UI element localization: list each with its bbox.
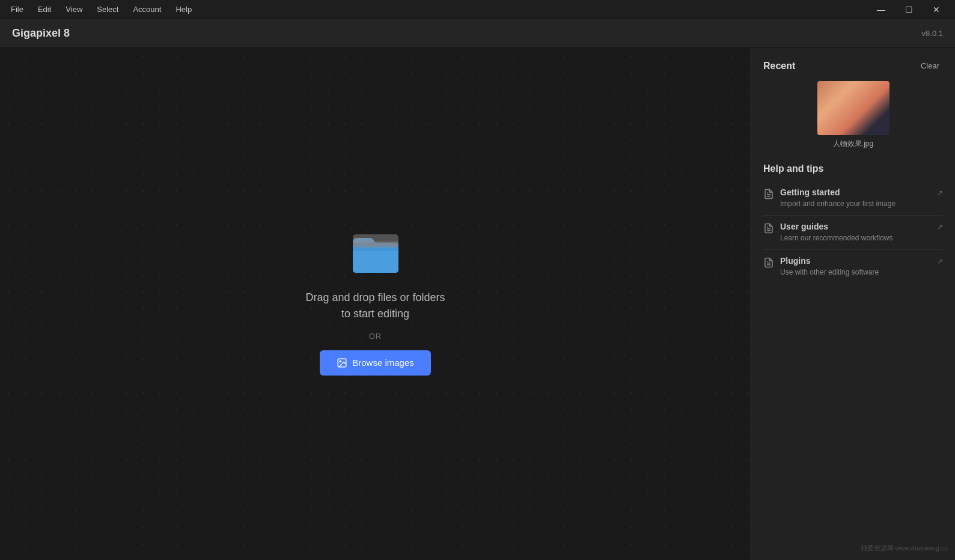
menu-view[interactable]: View [59, 2, 88, 16]
app-version: v8.0.1 [922, 29, 943, 38]
drop-area[interactable]: Drag and drop files or folders to start … [0, 48, 751, 560]
recent-filename: 人物效果.jpg [833, 139, 873, 149]
thumbnail-image [817, 81, 889, 135]
recent-title: Recent [763, 61, 795, 72]
getting-started-text: Getting started Import and enhance your … [780, 187, 931, 209]
external-link-icon-2: ↗ [937, 223, 943, 231]
main-layout: Drag and drop files or folders to start … [0, 48, 955, 560]
minimize-button[interactable]: — [867, 0, 895, 19]
plugins-desc: Use with other editing software [780, 267, 931, 278]
browse-icon [337, 358, 347, 368]
app-title: Gigapixel 8 [12, 27, 70, 40]
menu-bar: File Edit View Select Account Help [5, 2, 198, 16]
help-item-plugins[interactable]: Plugins Use with other editing software … [763, 250, 943, 284]
close-button[interactable]: ✕ [923, 0, 950, 19]
recent-item[interactable]: 人物效果.jpg [763, 81, 943, 149]
app-header: Gigapixel 8 v8.0.1 [0, 19, 955, 48]
plugins-title: Plugins [780, 256, 931, 266]
external-link-icon-3: ↗ [937, 257, 943, 266]
recent-thumbnail [817, 81, 889, 135]
recent-section-header: Recent Clear [763, 60, 943, 72]
plugins-text: Plugins Use with other editing software [780, 256, 931, 278]
menu-file[interactable]: File [5, 2, 29, 16]
folder-icon [352, 233, 400, 278]
document-icon-3 [763, 257, 774, 270]
watermark: 独爱资源网 www.dualwang.cc [861, 544, 948, 553]
or-label: OR [369, 332, 382, 341]
document-icon-2 [763, 223, 774, 236]
menu-account[interactable]: Account [127, 2, 167, 16]
maximize-button[interactable]: ☐ [895, 0, 923, 19]
user-guides-text: User guides Learn our recommended workfl… [780, 222, 931, 243]
clear-recent-button[interactable]: Clear [917, 60, 943, 72]
user-guides-desc: Learn our recommended workflows [780, 233, 931, 243]
getting-started-desc: Import and enhance your first image [780, 199, 931, 209]
user-guides-title: User guides [780, 222, 931, 231]
svg-point-6 [340, 361, 341, 362]
menu-select[interactable]: Select [91, 2, 124, 16]
svg-rect-4 [353, 242, 398, 248]
help-item-user-guides[interactable]: User guides Learn our recommended workfl… [763, 216, 943, 250]
help-item-getting-started[interactable]: Getting started Import and enhance your … [763, 181, 943, 216]
getting-started-title: Getting started [780, 187, 931, 197]
titlebar: File Edit View Select Account Help — ☐ ✕ [0, 0, 955, 19]
document-icon [763, 189, 774, 202]
sidebar: Recent Clear 人物效果.jpg Help and tips [751, 48, 955, 560]
help-section-title: Help and tips [763, 163, 943, 174]
browse-images-button[interactable]: Browse images [320, 350, 431, 376]
menu-edit[interactable]: Edit [32, 2, 57, 16]
drop-text: Drag and drop files or folders to start … [305, 290, 445, 322]
menu-help[interactable]: Help [169, 2, 198, 16]
external-link-icon-1: ↗ [937, 189, 943, 197]
window-controls: — ☐ ✕ [867, 0, 950, 19]
